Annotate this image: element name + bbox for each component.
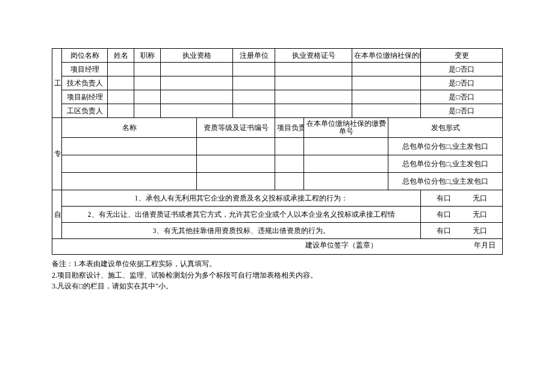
- s2-opt[interactable]: 总包单位分包□,业主发包口: [388, 173, 503, 190]
- s1-h-name: 姓名: [108, 49, 134, 63]
- s2-h-leader: 项目负责人: [275, 118, 304, 138]
- s1-change[interactable]: 是□否口: [421, 76, 503, 90]
- s1-h-regunit: 注册单位: [233, 49, 275, 63]
- s1-header-row: 工单位 岗位名称 姓名 职称 执业资格 注册单位 执业资格证号 在本单位缴纳社保…: [52, 49, 503, 63]
- s2-header-row: 专业分包单位 名称 资质等级及证书编号 项目负责人 在本单位缴纳社保的缴费单号 …: [52, 118, 503, 138]
- s1-post: 工区负责人: [62, 104, 108, 118]
- s2-h-name: 名称: [62, 118, 197, 138]
- s3-row: 2、有无出让、出借资质证书或者其它方式，允许其它企业或个人以本企业名义投标或承接…: [52, 207, 503, 223]
- s1-h-change: 变更: [421, 49, 503, 63]
- table-row: 技术负责人 是□否口: [52, 76, 503, 90]
- s3-row: 3、有无其他挂靠借用资质投标、违规出借资质的行为。 有口无口: [52, 223, 503, 239]
- table-row: 工区负责人 是□否口: [52, 104, 503, 118]
- footnote-2: 2.项目勘察设计、施工、监理、试验检测划分为多个标段可自行增加表格相关内容。: [52, 270, 502, 281]
- s1-change[interactable]: 是□否口: [421, 104, 503, 118]
- table-row: 总包单位分包□,业主发包口: [52, 155, 503, 173]
- s2-h-mode: 发包形式: [388, 118, 503, 138]
- s3-a3[interactable]: 有口无口: [421, 223, 503, 239]
- table-row: 项目经理 是□否口: [52, 63, 503, 76]
- s1-h-post: 岗位名称: [62, 49, 108, 63]
- s3-q2: 2、有无出让、出借资质证书或者其它方式，允许其它企业或个人以本企业名义投标或承接…: [62, 207, 421, 223]
- s3-vlabel: 自查情况: [52, 190, 62, 239]
- signature-row: 建设单位签字（盖章） 年月日: [52, 239, 503, 255]
- s3-a2[interactable]: 有口无口: [421, 207, 503, 223]
- signature-date: 年月日: [474, 240, 496, 250]
- s1-post: 项目经理: [62, 63, 108, 76]
- s3-row: 自查情况 1、承包人有无利用其它企业的资质及名义投标或承接工程的行为： 有口无口: [52, 190, 503, 207]
- s1-vlabel: 工单位: [52, 49, 62, 118]
- signature-label: 建设单位签字（盖章）: [305, 240, 378, 250]
- s1-post: 技术负责人: [62, 76, 108, 90]
- s2-vlabel: 专业分包单位: [52, 118, 62, 190]
- s2-opt[interactable]: 总包单位分包□,业主发包口: [388, 155, 503, 173]
- table-row: 总包单位分包□,业主发包口: [52, 138, 503, 155]
- footnote-3: 3.凡设有□的栏目，请如实在其中"小。: [52, 281, 502, 292]
- footnotes: 备注：1.本表由建设单位依据工程实际，认真填写。 2.项目勘察设计、施工、监理、…: [52, 258, 502, 292]
- s3-q1: 1、承包人有无利用其它企业的资质及名义投标或承接工程的行为：: [62, 190, 421, 207]
- s1-h-ssn: 在本单位缴纳社保的缴费单号: [352, 49, 421, 63]
- s1-change[interactable]: 是□否口: [421, 90, 503, 104]
- s2-opt[interactable]: 总包单位分包□,业主发包口: [388, 138, 503, 155]
- s3-q3: 3、有无其他挂靠借用资质投标、违规出借资质的行为。: [62, 223, 421, 239]
- s1-h-title: 职称: [134, 49, 161, 63]
- table-row: 项目副经理 是□否口: [52, 90, 503, 104]
- table-row: 总包单位分包□,业主发包口: [52, 173, 503, 190]
- s3-a1[interactable]: 有口无口: [421, 190, 503, 207]
- s1-h-certno: 执业资格证号: [275, 49, 352, 63]
- s1-change[interactable]: 是□否口: [421, 63, 503, 76]
- s2-h-ssn: 在本单位缴纳社保的缴费单号: [304, 118, 388, 138]
- s1-post: 项目副经理: [62, 90, 108, 104]
- form-table: 工单位 岗位名称 姓名 职称 执业资格 注册单位 执业资格证号 在本单位缴纳社保…: [52, 48, 503, 255]
- s2-h-grade: 资质等级及证书编号: [197, 118, 275, 138]
- s1-h-qual: 执业资格: [161, 49, 233, 63]
- footnote-1: 备注：1.本表由建设单位依据工程实际，认真填写。: [52, 258, 502, 270]
